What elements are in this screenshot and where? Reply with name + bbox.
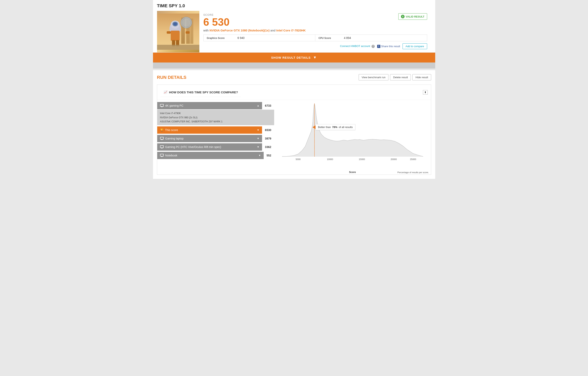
share-result-button[interactable]: f Share this result: [377, 45, 400, 48]
bar-laptop-label-content: Gaming laptop: [160, 137, 184, 140]
svg-text:15000: 15000: [359, 158, 365, 160]
svg-rect-22: [160, 154, 163, 156]
svg-rect-10: [186, 31, 190, 34]
cpu-val: 4 894: [344, 36, 351, 40]
with-prefix: with: [203, 29, 210, 32]
bar-this-text: This score: [165, 128, 178, 132]
valid-result-badge: ℹ VALID RESULT: [398, 13, 427, 20]
run-details-section: RUN DETAILS View benchmark run Delete re…: [153, 70, 435, 179]
distribution-chart: 5000 10000 15000 20000 25000 Better than…: [274, 102, 431, 175]
bar-this-label-content: 🏆 This score: [160, 128, 178, 132]
game-artwork: [157, 13, 199, 50]
chart-icon: 📈: [164, 90, 168, 94]
bar-row-notebook: Notebook ▼ 552: [157, 152, 274, 159]
bar-label-htcvive: Gaming PC (HTC Vive/Oculus Rift min spec…: [157, 143, 262, 151]
score-metrics: Graphics Score 6 940 CPU Score 4 894: [203, 34, 427, 41]
svg-rect-8: [171, 31, 180, 41]
page-title: TIME SPY 1.0: [157, 3, 431, 11]
svg-rect-17: [161, 107, 162, 107]
cpu-metric: CPU Score 4 894: [315, 35, 427, 41]
svg-text:25000: 25000: [410, 158, 416, 160]
graphics-label: Graphics Score: [207, 37, 225, 40]
header-section: TIME SPY 1.0: [153, 0, 435, 53]
compare-title-row: 📈 HOW DOES THIS TIME SPY SCORE COMPARE? …: [157, 85, 431, 100]
page-wrapper: TIME SPY 1.0: [153, 0, 435, 179]
bar-htcvive-label-content: Gaming PC (HTC Vive/Oculus Rift min spec…: [160, 145, 221, 149]
view-benchmark-run-button[interactable]: View benchmark run: [359, 74, 388, 80]
better-than-pct: 78%: [332, 125, 337, 129]
bar-rows: 4K gaming PC ▲ 6733 Intel Core i7-4790K …: [157, 102, 274, 175]
svg-rect-21: [161, 148, 162, 148]
better-than-prefix: Better than: [318, 125, 331, 129]
connect-hwbot-link[interactable]: Connect HWBOT account ?: [340, 44, 375, 48]
compare-row-4k: 4K gaming PC ▲ 6733 Intel Core i7-4790K …: [157, 102, 274, 125]
svg-rect-18: [160, 137, 163, 139]
gpu-name: NVIDIA GeForce GTX 1080 (Notebook)(1x): [210, 29, 270, 32]
chevron-laptop-icon: ▼: [257, 137, 259, 140]
score-card: SCORE 6 530 with NVIDIA GeForce GTX 1080…: [157, 11, 431, 52]
svg-text:5000: 5000: [295, 158, 300, 160]
connect-hwbot-text: Connect HWBOT account: [340, 44, 370, 48]
svg-rect-15: [157, 45, 199, 50]
svg-point-11: [181, 17, 192, 28]
facebook-icon: f: [377, 45, 380, 48]
monitor-icon-htcvive: [160, 145, 164, 149]
chevron-down-icon: ▼: [313, 55, 317, 60]
bar-row-4k: 4K gaming PC ▲ 6733: [157, 102, 274, 109]
bar-notebook-score: 552: [264, 152, 274, 159]
svg-rect-20: [160, 146, 163, 148]
bar-htcvive-score: 3362: [262, 143, 274, 151]
score-main-content: SCORE 6 530 with NVIDIA GeForce GTX 1080…: [199, 11, 431, 52]
compare-title-text: HOW DOES THIS TIME SPY SCORE COMPARE?: [169, 91, 238, 94]
bar-notebook-text: Notebook: [165, 154, 177, 157]
hide-result-button[interactable]: Hide result: [412, 74, 431, 80]
bar-row-this-score: 🏆 This score ▼ 6530: [157, 126, 274, 134]
bar-4k-text: 4K gaming PC: [165, 104, 183, 107]
graphics-val: 6 940: [237, 36, 244, 40]
dist-chart-svg: 5000 10000 15000 20000 25000: [276, 102, 429, 163]
better-than-suffix: of all results: [339, 125, 353, 129]
better-than-label: Better than 78% of all results: [313, 124, 355, 130]
svg-rect-23: [161, 157, 162, 157]
bar-label-this: 🏆 This score ▼: [157, 126, 262, 134]
bar-laptop-label-bg: Gaming laptop ▼: [157, 135, 262, 142]
sub-info-4k-line3: ASUSTeK COMPUTER INC. SABERTOOTH Z97 MAR…: [160, 120, 271, 124]
chevron-4k-icon: ▲: [257, 104, 259, 107]
cpu-name: Intel Core i7-7820HK: [276, 29, 306, 32]
question-mark-icon[interactable]: ?: [371, 45, 375, 48]
monitor-icon-4k: [160, 104, 164, 107]
arrow-left-icon: [313, 125, 315, 129]
score-with: with NVIDIA GeForce GTX 1080 (Notebook)(…: [203, 29, 306, 32]
compare-title: 📈 HOW DOES THIS TIME SPY SCORE COMPARE?: [160, 87, 241, 97]
run-details-actions: View benchmark run Delete result Hide re…: [359, 74, 431, 80]
bar-row-htcvive: Gaming PC (HTC Vive/Oculus Rift min spec…: [157, 143, 274, 151]
compare-section: 📈 HOW DOES THIS TIME SPY SCORE COMPARE? …: [157, 84, 431, 175]
bar-4k-label-bg: 4K gaming PC ▲: [157, 102, 262, 109]
bar-laptop-score: 3879: [262, 135, 274, 142]
score-top-row: SCORE 6 530 with NVIDIA GeForce GTX 1080…: [203, 13, 427, 32]
svg-rect-9: [167, 31, 171, 34]
score-actions: Connect HWBOT account ? f Share this res…: [203, 41, 427, 50]
monitor-icon-notebook: [160, 154, 164, 157]
monitor-icon-laptop: [160, 137, 164, 140]
chart-area: 4K gaming PC ▲ 6733 Intel Core i7-4790K …: [157, 100, 431, 175]
bar-this-score: 6530: [262, 126, 274, 134]
show-details-bar[interactable]: SHOW RESULT DETAILS ▼: [153, 53, 435, 63]
add-compare-button[interactable]: Add to compare: [403, 43, 427, 49]
svg-rect-19: [161, 139, 162, 140]
chart-pct-label: Percentage of results per score.: [398, 171, 429, 174]
bar-label-4k: 4K gaming PC ▲: [157, 102, 262, 109]
bar-4k-label-content: 4K gaming PC: [160, 104, 183, 107]
svg-rect-16: [160, 104, 163, 106]
expand-button[interactable]: ⬆: [423, 90, 428, 94]
sub-info-4k: Intel Core i7-4790K NVIDIA GeForce GTX 9…: [157, 110, 274, 125]
delete-result-button[interactable]: Delete result: [390, 74, 411, 80]
better-than-text: Better than 78% of all results: [315, 124, 355, 130]
bar-laptop-text: Gaming laptop: [165, 137, 184, 140]
bg-strip: [153, 63, 435, 69]
graphics-metric: Graphics Score 6 940: [204, 35, 315, 41]
sub-info-4k-line2: NVIDIA GeForce GTX 980 (2x SLI): [160, 115, 271, 120]
svg-text:10000: 10000: [327, 158, 333, 160]
svg-text:20000: 20000: [390, 158, 397, 160]
bar-row-laptop: Gaming laptop ▼ 3879: [157, 135, 274, 142]
